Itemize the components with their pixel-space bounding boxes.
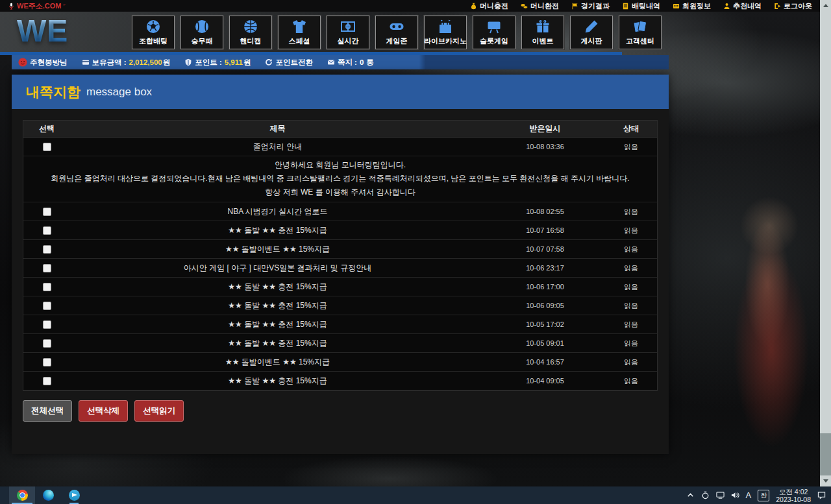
topbar-menu-money-charge[interactable]: 머니충전 [470, 1, 508, 11]
taskbar-telegram[interactable] [61, 486, 87, 504]
detail-line: 안녕하세요 회원님 모니터링팀입니다. [43, 158, 638, 172]
nav-label: 고객센터 [626, 36, 654, 46]
row-checkbox[interactable] [43, 302, 51, 310]
message-row[interactable]: ★★ 돌발 ★★ 충전 15%지급10-05 09:01읽음 [23, 334, 657, 353]
row-checkbox[interactable] [43, 283, 51, 291]
nav-label: 게시판 [581, 36, 602, 46]
nav-special[interactable]: 스페셜 [278, 16, 321, 49]
site-header: WE 조합배팅승무패핸디캡스페셜실시간게임존라이브카지노슬롯게임이벤트게시판고객… [0, 12, 820, 52]
message-title[interactable]: 졸업처리 안내 [70, 138, 485, 156]
nav-support[interactable]: 고객센터 [619, 16, 662, 49]
message-title[interactable]: ★★ 돌발 ★★ 충전 15%지급 [70, 372, 485, 390]
site-address-link[interactable]: WE주소.COM ˝ [8, 1, 65, 11]
message-title[interactable]: ★★ 돌발 ★★ 충전 15%지급 [70, 334, 485, 352]
nav-win-draw-lose[interactable]: 승무패 [180, 16, 223, 49]
message-title[interactable]: 아시안 게임 [ 야구 ] 대만VS일본 결과처리 및 규정안내 [70, 259, 485, 277]
delete-selected-button[interactable]: 선택삭제 [79, 400, 128, 422]
panel-body: 선택제목받은일시상태 졸업처리 안내10-08 03:36읽음안녕하세요 회원님… [12, 109, 669, 422]
chrome-icon [17, 490, 28, 501]
row-checkbox[interactable] [43, 264, 51, 272]
message-status: 읽음 [605, 334, 657, 352]
message-date: 10-07 07:58 [485, 240, 605, 258]
point-group: 포인트 : 5,911 원 [184, 58, 251, 67]
message-title[interactable]: ★★ 돌발 ★★ 충전 15%지급 [70, 221, 485, 239]
message-row[interactable]: ★★ 돌발 ★★ 충전 15%지급10-05 17:02읽음 [23, 315, 657, 334]
topbar-menu-betting-history[interactable]: 배팅내역 [622, 1, 660, 11]
pencil-icon [584, 19, 599, 34]
message-row[interactable]: 아시안 게임 [ 야구 ] 대만VS일본 결과처리 및 규정안내10-06 23… [23, 259, 657, 278]
topbar-menu-referral-history[interactable]: 추천내역 [723, 1, 762, 11]
tray-app-icon[interactable] [701, 491, 710, 499]
topbar-menu-logout[interactable]: 로그아웃 [774, 1, 812, 11]
nav-event[interactable]: 이벤트 [521, 16, 564, 49]
message-title[interactable]: ★★ 돌발 ★★ 충전 15%지급 [70, 296, 485, 315]
wallet-icon [82, 58, 90, 66]
read-selected-button[interactable]: 선택읽기 [134, 400, 184, 422]
message-title[interactable]: ★★ 돌발 ★★ 충전 15%지급 [70, 315, 485, 333]
row-checkbox[interactable] [43, 358, 51, 366]
topbar-menu-game-results[interactable]: 경기결과 [571, 1, 610, 11]
message-row[interactable]: ★★ 돌발이벤트 ★★ 15%지급10-07 07:58읽음 [23, 240, 657, 259]
message-row[interactable]: ★★ 돌발 ★★ 충전 15%지급10-06 09:05읽음 [23, 296, 657, 315]
message-title[interactable]: ★★ 돌발이벤트 ★★ 15%지급 [70, 353, 485, 371]
row-checkbox[interactable] [43, 245, 51, 254]
nav-board[interactable]: 게시판 [570, 16, 613, 49]
message-row[interactable]: NBA 시범경기 실시간 업로드10-08 02:55읽음 [23, 202, 657, 221]
taskbar-clock[interactable]: 오전 4:02 2023-10-08 [776, 488, 811, 503]
row-checkbox[interactable] [43, 226, 51, 235]
message-date: 10-06 09:05 [485, 296, 605, 315]
topbar-menu-label: 머니충전 [480, 1, 508, 11]
nav-label: 승무패 [192, 36, 213, 46]
message-date: 10-08 03:36 [485, 138, 605, 156]
message-row[interactable]: 졸업처리 안내10-08 03:36읽음 [23, 138, 657, 156]
nav-handicap[interactable]: 핸디캡 [229, 16, 272, 49]
scrollbar-thumb[interactable] [820, 11, 831, 433]
nav-slot-games[interactable]: 슬롯게임 [473, 16, 515, 49]
message-row[interactable]: ★★ 돌발이벤트 ★★ 15%지급10-04 16:57읽음 [23, 353, 657, 372]
ime-latin-indicator[interactable]: A [746, 490, 752, 500]
message-row[interactable]: ★★ 돌발 ★★ 충전 15%지급10-07 16:58읽음 [23, 221, 657, 240]
clock-time: 오전 4:02 [776, 488, 811, 496]
topbar-menu-money-exchange[interactable]: 머니환전 [521, 1, 559, 11]
point-unit: 원 [243, 58, 251, 67]
site-logo[interactable]: WE [17, 13, 68, 49]
mail-group[interactable]: 쪽지 : 0 통 [327, 58, 374, 67]
message-title[interactable]: NBA 시범경기 실시간 업로드 [70, 202, 485, 221]
row-checkbox[interactable] [43, 143, 51, 151]
notification-center-icon[interactable] [817, 491, 826, 499]
ime-korean-indicator[interactable]: 한 [758, 490, 769, 501]
row-checkbox[interactable] [43, 208, 51, 216]
page-title: 내쪽지함 message box [12, 75, 669, 109]
topbar-menu-member-info[interactable]: 회원정보 [673, 1, 711, 11]
message-row[interactable]: ★★ 돌발 ★★ 충전 15%지급10-04 09:05읽음 [23, 372, 657, 390]
message-status: 읽음 [605, 259, 657, 277]
network-icon[interactable] [716, 491, 725, 499]
nav-realtime[interactable]: 실시간 [327, 16, 369, 49]
browser-scrollbar[interactable] [820, 0, 831, 486]
mail-count: 0 [360, 58, 364, 66]
row-checkbox[interactable] [43, 377, 51, 385]
scrollbar-up-button[interactable] [820, 0, 831, 11]
refresh-icon [265, 58, 273, 66]
message-row[interactable]: ★★ 돌발 ★★ 충전 15%지급10-06 17:00읽음 [23, 278, 657, 296]
column-header: 상태 [605, 121, 657, 137]
scrollbar-down-button[interactable] [820, 475, 831, 486]
nav-combo-betting[interactable]: 조합배팅 [132, 16, 175, 49]
taskbar-chrome[interactable] [9, 486, 35, 504]
message-title[interactable]: ★★ 돌발 ★★ 충전 15%지급 [70, 278, 485, 296]
select-all-button[interactable]: 전체선택 [23, 400, 72, 422]
jersey-icon [291, 19, 307, 34]
nav-gamezone[interactable]: 게임존 [375, 16, 418, 49]
select-cell [23, 221, 70, 239]
taskbar-edge[interactable] [35, 486, 61, 504]
row-checkbox[interactable] [43, 320, 51, 329]
volume-icon[interactable] [731, 491, 739, 499]
message-title[interactable]: ★★ 돌발이벤트 ★★ 15%지급 [70, 240, 485, 258]
row-checkbox[interactable] [43, 339, 51, 348]
point-convert-button[interactable]: 포인트전환 [265, 58, 313, 67]
nav-live-casino[interactable]: 라이브카지노 [424, 16, 467, 49]
message-date: 10-08 02:55 [485, 202, 605, 221]
message-status: 읽음 [605, 296, 657, 315]
chevron-up-icon[interactable] [686, 491, 695, 499]
nav-label: 게임존 [386, 36, 408, 46]
